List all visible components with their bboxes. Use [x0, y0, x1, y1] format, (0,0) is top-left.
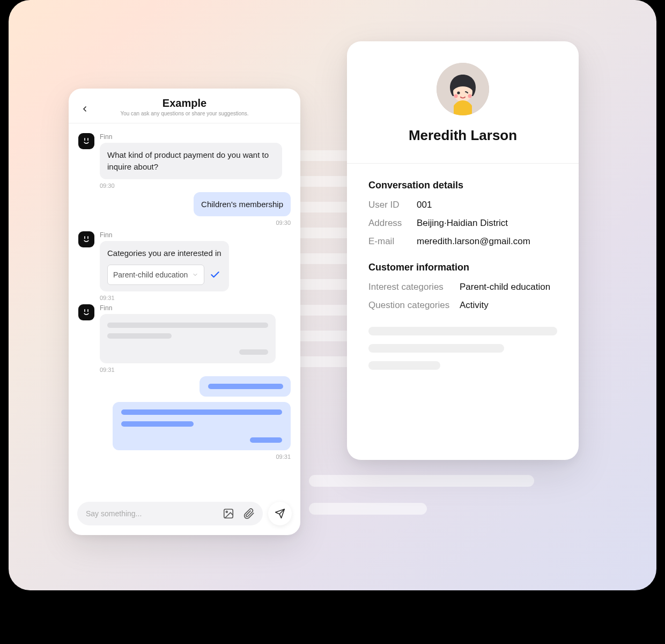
question-label: Question categories — [368, 300, 460, 311]
chat-subtitle: You can ask any questions or share your … — [78, 111, 291, 116]
user-id-label: User ID — [368, 200, 417, 210]
timestamp: 09:30 — [100, 182, 291, 189]
chevron-left-icon — [80, 105, 89, 113]
svg-point-7 — [226, 511, 227, 513]
sender-name: Finn — [100, 304, 291, 312]
bot-avatar — [78, 133, 94, 149]
back-button[interactable] — [77, 101, 92, 116]
profile-skeleton — [368, 327, 557, 370]
svg-point-13 — [454, 94, 458, 98]
user-message-loading: 09:31 — [78, 376, 291, 460]
check-icon — [210, 269, 220, 280]
timestamp: 09:31 — [100, 295, 291, 301]
message-bubble: What kind of product payment do you want… — [100, 143, 282, 179]
select-value: Parent-child education — [113, 269, 188, 280]
chat-body: Finn What kind of product payment do you… — [69, 123, 300, 495]
profile-panel: Meredith Larson Conversation details Use… — [347, 41, 579, 460]
message-text: Categories you are interested in — [107, 247, 221, 259]
email-label: E-mail — [368, 236, 417, 247]
profile-name: Meredith Larson — [358, 127, 568, 144]
skeleton-bubble — [113, 402, 291, 450]
user-id-value: 001 — [417, 200, 432, 210]
timestamp: 09:31 — [100, 367, 291, 373]
conversation-details-title: Conversation details — [368, 180, 557, 191]
profile-body: Conversation details User ID 001 Address… — [347, 164, 579, 394]
avatar-illustration — [437, 63, 489, 115]
bot-face-icon — [82, 136, 91, 146]
bot-message: Finn What kind of product payment do you… — [78, 133, 291, 189]
svg-point-14 — [468, 94, 472, 98]
sender-name: Finn — [100, 133, 291, 141]
bot-avatar — [78, 231, 94, 247]
question-value: Activity — [460, 300, 489, 311]
attach-button[interactable] — [240, 505, 257, 522]
chat-header: Example You can ask any questions or sha… — [69, 89, 300, 123]
message-bubble: Categories you are interested in Parent-… — [100, 241, 229, 291]
timestamp: 09:31 — [276, 453, 291, 460]
timestamp: 09:30 — [276, 219, 291, 226]
chat-input-pill — [77, 502, 263, 525]
chevron-down-icon — [192, 272, 198, 278]
address-row: Address Beijing·Haidian District — [368, 218, 557, 229]
question-row: Question categories Activity — [368, 300, 557, 311]
bot-message: Finn Categories you are interested in Pa… — [78, 231, 291, 301]
interest-value: Parent-child education — [460, 282, 550, 292]
customer-info-title: Customer information — [368, 262, 557, 273]
chat-title: Example — [78, 97, 291, 109]
send-button[interactable] — [268, 502, 292, 525]
svg-point-12 — [457, 91, 460, 94]
profile-header: Meredith Larson — [347, 41, 579, 164]
chat-input[interactable] — [86, 509, 217, 518]
bot-face-icon — [82, 235, 91, 244]
category-select[interactable]: Parent-child education — [107, 265, 204, 285]
background-skeleton-bottom — [309, 475, 534, 531]
skeleton-bubble — [100, 314, 276, 363]
sender-name: Finn — [100, 231, 291, 239]
paperclip-icon — [243, 508, 255, 519]
message-bubble: Children's membership — [194, 192, 291, 217]
interest-row: Interest categories Parent-child educati… — [368, 282, 557, 292]
bot-face-icon — [82, 308, 91, 317]
email-value: meredith.larson@gmail.com — [417, 236, 530, 247]
interest-label: Interest categories — [368, 282, 460, 292]
chat-panel: Example You can ask any questions or sha… — [69, 89, 300, 535]
image-icon — [223, 508, 234, 519]
chat-input-bar — [69, 495, 300, 535]
bot-message-loading: Finn 09:31 — [78, 304, 291, 373]
profile-avatar — [437, 63, 489, 115]
bot-avatar — [78, 304, 94, 320]
send-icon — [275, 508, 285, 519]
image-button[interactable] — [220, 505, 237, 522]
address-label: Address — [368, 218, 417, 229]
email-row: E-mail meredith.larson@gmail.com — [368, 236, 557, 247]
address-value: Beijing·Haidian District — [417, 218, 508, 229]
user-message: Children's membership 09:30 — [78, 192, 291, 226]
user-id-row: User ID 001 — [368, 200, 557, 210]
skeleton-bubble — [200, 376, 291, 397]
